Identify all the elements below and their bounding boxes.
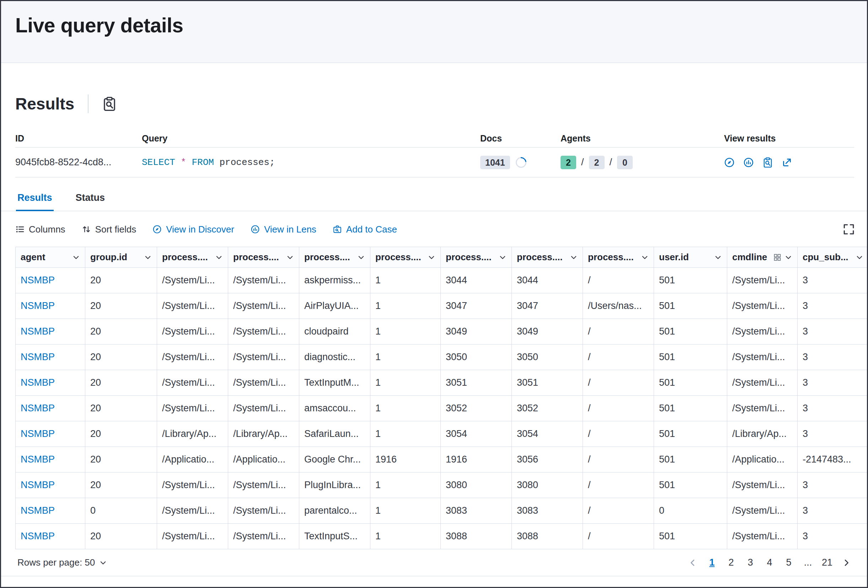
grid-cell[interactable]: /System/Li... (228, 498, 299, 523)
grid-cell[interactable]: amsaccou... (299, 396, 371, 421)
grid-cell[interactable]: 1 (371, 421, 441, 446)
grid-cell[interactable]: /Users/nas... (583, 293, 654, 319)
grid-cell[interactable]: 501 (654, 421, 727, 446)
grid-cell[interactable]: /System/Li... (727, 293, 798, 319)
grid-cell[interactable]: /System/Li... (157, 268, 228, 293)
grid-cell[interactable]: 3 (798, 293, 867, 319)
grid-column-header[interactable]: group.id (85, 247, 157, 267)
grid-cell[interactable]: 3044 (441, 268, 512, 293)
grid-cell[interactable]: 3054 (441, 421, 512, 446)
agent-link-cell[interactable]: NSMBP (16, 344, 85, 370)
grid-column-header[interactable]: process.... (228, 247, 299, 267)
grid-cell[interactable]: / (583, 396, 654, 421)
grid-cell[interactable]: 20 (85, 344, 157, 370)
grid-cell[interactable]: / (583, 370, 654, 395)
pagination-page-1[interactable]: 1 (704, 555, 720, 570)
grid-cell[interactable]: /System/Li... (727, 473, 798, 498)
pagination-page-5[interactable]: 5 (781, 555, 797, 570)
grid-cell[interactable]: /Applicatio... (727, 447, 798, 472)
grid-cell[interactable]: /System/Li... (727, 370, 798, 395)
grid-cell[interactable]: 3 (798, 396, 867, 421)
grid-cell[interactable]: /System/Li... (727, 396, 798, 421)
grid-cell[interactable]: 3056 (512, 447, 583, 472)
grid-cell[interactable]: 3 (798, 370, 867, 395)
grid-cell[interactable]: 3 (798, 319, 867, 344)
fullscreen-icon[interactable] (843, 223, 855, 235)
grid-column-header[interactable]: agent (16, 247, 85, 267)
agent-link-cell[interactable]: NSMBP (16, 319, 85, 344)
grid-cell[interactable]: 3 (798, 524, 867, 549)
tab-status[interactable]: Status (74, 192, 107, 211)
grid-cell[interactable]: 20 (85, 370, 157, 395)
grid-cell[interactable]: TextInputS... (299, 524, 371, 549)
agent-link-cell[interactable]: NSMBP (16, 473, 85, 498)
grid-cell[interactable]: 3047 (441, 293, 512, 319)
grid-cell[interactable]: 1 (371, 319, 441, 344)
grid-column-header[interactable]: process.... (441, 247, 512, 267)
grid-cell[interactable]: / (583, 498, 654, 523)
grid-cell[interactable]: 501 (654, 447, 727, 472)
grid-cell[interactable]: 3080 (512, 473, 583, 498)
grid-cell[interactable]: 20 (85, 293, 157, 319)
grid-cell[interactable]: 3083 (441, 498, 512, 523)
grid-cell[interactable]: 20 (85, 319, 157, 344)
grid-column-header[interactable]: process.... (583, 247, 654, 267)
grid-cell[interactable]: 3088 (441, 524, 512, 549)
grid-cell[interactable]: 1 (371, 473, 441, 498)
grid-cell[interactable]: cloudpaird (299, 319, 371, 344)
grid-cell[interactable]: / (583, 344, 654, 370)
grid-cell[interactable]: 20 (85, 524, 157, 549)
column-actions-icon[interactable] (773, 253, 782, 261)
agent-link-cell[interactable]: NSMBP (16, 447, 85, 472)
grid-cell[interactable]: / (583, 473, 654, 498)
pagination-page-2[interactable]: 2 (723, 555, 739, 570)
grid-cell[interactable]: / (583, 268, 654, 293)
pagination-next-icon[interactable] (838, 555, 854, 570)
grid-cell[interactable]: 20 (85, 421, 157, 446)
grid-cell[interactable]: / (583, 319, 654, 344)
grid-cell[interactable]: 0 (654, 498, 727, 523)
grid-cell[interactable]: /System/Li... (157, 319, 228, 344)
grid-cell[interactable]: 20 (85, 396, 157, 421)
agent-link-cell[interactable]: NSMBP (16, 293, 85, 319)
grid-cell[interactable]: 501 (654, 319, 727, 344)
grid-column-header[interactable]: user.id (654, 247, 727, 267)
grid-cell[interactable]: -2147483... (798, 447, 867, 472)
grid-cell[interactable]: 1 (371, 344, 441, 370)
grid-cell[interactable]: /System/Li... (228, 319, 299, 344)
grid-cell[interactable]: 3 (798, 421, 867, 446)
grid-cell[interactable]: /System/Li... (157, 370, 228, 395)
grid-cell[interactable]: /System/Li... (228, 268, 299, 293)
grid-cell[interactable]: /System/Li... (727, 319, 798, 344)
pagination-page-4[interactable]: 4 (762, 555, 777, 570)
grid-cell[interactable]: /System/Li... (157, 524, 228, 549)
grid-column-header[interactable]: cmdline (727, 247, 798, 267)
grid-cell[interactable]: 501 (654, 268, 727, 293)
grid-cell[interactable]: 3052 (512, 396, 583, 421)
grid-cell[interactable]: 1 (371, 268, 441, 293)
grid-cell[interactable]: /System/Li... (157, 473, 228, 498)
grid-cell[interactable]: /Library/Ap... (228, 421, 299, 446)
pagination-page-3[interactable]: 3 (743, 555, 758, 570)
grid-cell[interactable]: 20 (85, 268, 157, 293)
grid-cell[interactable]: /System/Li... (727, 524, 798, 549)
discover-icon[interactable] (724, 157, 735, 168)
grid-cell[interactable]: 3047 (512, 293, 583, 319)
grid-cell[interactable]: 3 (798, 344, 867, 370)
agent-link-cell[interactable]: NSMBP (16, 396, 85, 421)
grid-cell[interactable]: 3052 (441, 396, 512, 421)
grid-cell[interactable]: 20 (85, 447, 157, 472)
grid-cell[interactable]: /System/Li... (157, 396, 228, 421)
inspect-icon[interactable] (762, 157, 773, 168)
add-to-case-link[interactable]: Add to Case (333, 224, 397, 235)
grid-cell[interactable]: 1 (371, 293, 441, 319)
grid-cell[interactable]: 1 (371, 524, 441, 549)
grid-column-header[interactable]: process.... (299, 247, 371, 267)
grid-cell[interactable]: 3080 (441, 473, 512, 498)
grid-cell[interactable]: 3083 (512, 498, 583, 523)
grid-cell[interactable]: /System/Li... (228, 473, 299, 498)
grid-cell[interactable]: 0 (85, 498, 157, 523)
grid-cell[interactable]: PlugInLibra... (299, 473, 371, 498)
grid-cell[interactable]: /System/Li... (157, 293, 228, 319)
grid-cell[interactable]: 3 (798, 268, 867, 293)
